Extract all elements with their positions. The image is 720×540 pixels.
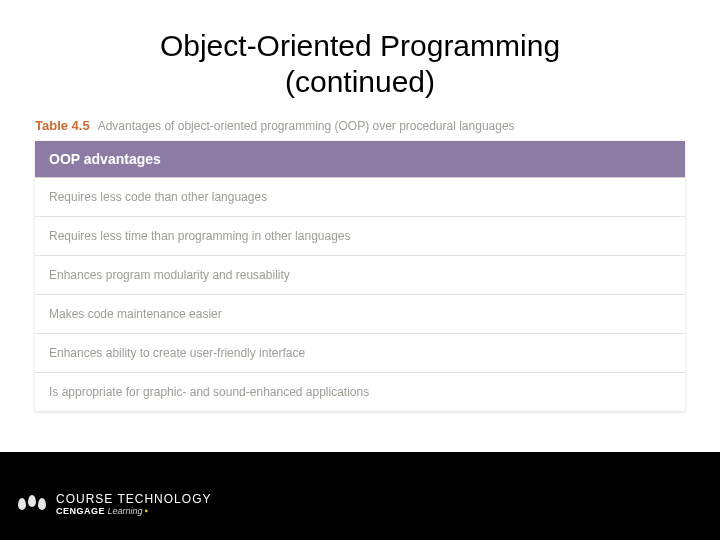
petal-icon	[18, 498, 26, 510]
title-line-1: Object-Oriented Programming	[160, 29, 560, 62]
brand-line1: COURSE TECHNOLOGY	[56, 493, 211, 506]
slide: Object-Oriented Programming (continued) …	[0, 0, 720, 540]
brand-text: COURSE TECHNOLOGY CENGAGE Learning▪	[56, 493, 211, 516]
table-cell: Requires less code than other languages	[35, 178, 685, 217]
table-row: Enhances program modularity and reusabil…	[35, 256, 685, 295]
table-row: Enhances ability to create user-friendly…	[35, 334, 685, 373]
table-cell: Requires less time than programming in o…	[35, 217, 685, 256]
table-row: Is appropriate for graphic- and sound-en…	[35, 373, 685, 412]
table-container: Table 4.5 Advantages of object-oriented …	[35, 118, 685, 411]
table-row: Makes code maintenance easier	[35, 295, 685, 334]
table-header-cell: OOP advantages	[35, 141, 685, 178]
table-cell: Is appropriate for graphic- and sound-en…	[35, 373, 685, 412]
title-heading: Object-Oriented Programming (continued)	[0, 28, 720, 100]
slide-title: Object-Oriented Programming (continued)	[0, 0, 720, 110]
advantages-table: OOP advantages Requires less code than o…	[35, 141, 685, 411]
brand-block: COURSE TECHNOLOGY CENGAGE Learning▪	[18, 493, 211, 516]
table-cell: Enhances ability to create user-friendly…	[35, 334, 685, 373]
petal-icon	[28, 495, 36, 507]
brand-cengage: CENGAGE	[56, 506, 105, 516]
brand-icon	[18, 498, 46, 510]
table-row: Requires less time than programming in o…	[35, 217, 685, 256]
table-number: Table 4.5	[35, 118, 90, 133]
table-caption-row: Table 4.5 Advantages of object-oriented …	[35, 118, 685, 133]
brand-dot-icon: ▪	[143, 505, 149, 516]
brand-line2: CENGAGE Learning▪	[56, 506, 211, 517]
title-line-2: (continued)	[285, 65, 435, 98]
table-caption: Advantages of object-oriented programmin…	[98, 119, 515, 133]
table-row: Requires less code than other languages	[35, 178, 685, 217]
brand-learning: Learning	[105, 506, 143, 516]
table-cell: Makes code maintenance easier	[35, 295, 685, 334]
table-cell: Enhances program modularity and reusabil…	[35, 256, 685, 295]
table-wrap: OOP advantages Requires less code than o…	[35, 141, 685, 411]
petal-icon	[38, 498, 46, 510]
